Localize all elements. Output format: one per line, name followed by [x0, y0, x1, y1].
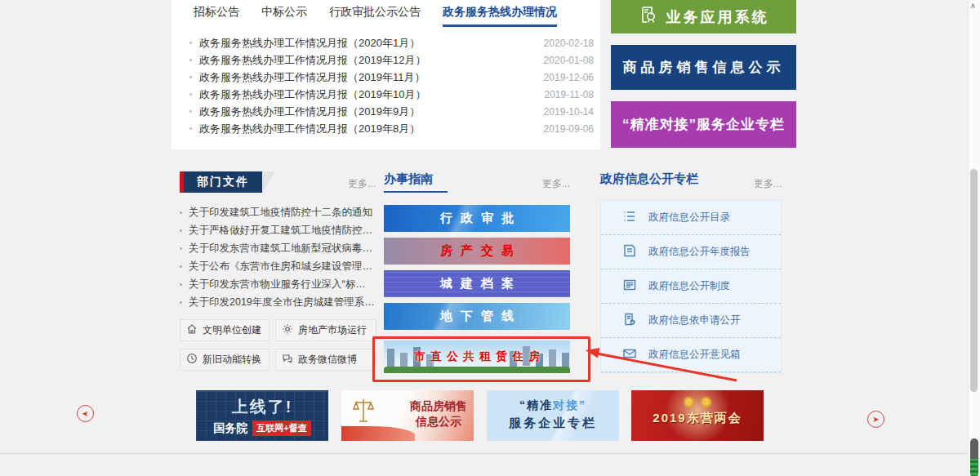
scroll-widget[interactable] — [970, 438, 978, 476]
list-item[interactable]: 政务服务热线办理工作情况月报（2019年10月） 2019-11-08 — [189, 86, 594, 103]
arrow-left-icon: ➤ — [82, 409, 88, 418]
banner-admin-approval[interactable]: 行政审批 — [384, 205, 570, 232]
banner-label: 地下管线 — [432, 309, 522, 324]
info-item-label: 政府信息公开制度 — [648, 279, 730, 293]
cppcc-emblem-icon — [701, 397, 711, 407]
ribbon-arrow-icon — [262, 171, 275, 193]
item-title: 关于严格做好开复工建筑工地疫情防控工作的通知 — [189, 224, 376, 238]
info-item-on-request[interactable]: 政府信息依申请公开 — [601, 304, 781, 338]
mailbox-icon — [622, 346, 637, 364]
bullet-icon — [189, 59, 192, 61]
item-title: 政务服务热线办理工作情况月报（2019年9月） — [199, 105, 536, 119]
list-item[interactable]: 关于印发东营市建筑工地新型冠状病毒感染肺炎... — [180, 239, 376, 257]
carousel-banner-two-sessions[interactable]: 2019东营两会 — [631, 390, 764, 441]
item-title: 政务服务热线办理工作情况月报（2019年11月） — [199, 70, 536, 85]
bullet-icon — [180, 265, 182, 268]
banner-urban-archives[interactable]: 城建档案 — [384, 270, 570, 297]
department-files-section: 部门文件 更多... 关于印发建筑工地疫情防控十二条的通知 关于严格做好开复工建… — [180, 171, 376, 376]
chat-icon — [282, 353, 293, 367]
more-link[interactable]: 更多... — [348, 177, 376, 191]
tab-bid-announcements[interactable]: 招标公告 — [194, 5, 239, 27]
banner-public-rental-housing[interactable]: 市直公共租赁住房 — [384, 340, 570, 373]
info-item-system[interactable]: 政府信息公开制度 — [601, 269, 781, 304]
list-icon — [622, 209, 637, 227]
item-title: 政务服务热线办理工作情况月报（2019年12月） — [199, 53, 536, 68]
tab-winning-bids[interactable]: 中标公示 — [261, 5, 307, 27]
button-label: “精准对接”服务企业专栏 — [622, 115, 785, 134]
list-item[interactable]: 政务服务热线办理工作情况月报（2019年12月） 2020-01-08 — [189, 51, 594, 69]
banner-subtext: 国务院 — [213, 421, 247, 436]
bullet-icon — [189, 110, 192, 113]
list-item[interactable]: 政务服务热线办理工作情况月报（2019年9月） 2019-10-14 — [189, 103, 594, 120]
info-item-label: 政府信息公开年度报告 — [648, 245, 751, 259]
more-link[interactable]: 更多... — [542, 177, 570, 191]
info-item-label: 政府信息公开意见箱 — [648, 348, 741, 362]
list-item[interactable]: 关于印发建筑工地疫情防控十二条的通知 — [180, 203, 376, 221]
section-title: 部门文件 — [184, 171, 262, 193]
button-label: 商品房销售信息公示 — [623, 58, 785, 77]
item-date: 2019-10-14 — [544, 106, 594, 118]
quicklink-real-estate-market[interactable]: 房地产市场运行 — [275, 319, 376, 341]
banner-label: 城建档案 — [432, 276, 522, 291]
carousel-banner-sales-info[interactable]: 商品房销售 信息公示 — [341, 390, 474, 441]
bullet-icon — [189, 42, 192, 44]
quicklink-label: 房地产市场运行 — [298, 323, 367, 337]
info-item-label: 政府信息依申请公开 — [648, 314, 741, 327]
arrow-right-icon: ➤ — [872, 415, 879, 424]
info-item-annual-report[interactable]: 政府信息公开年度报告 — [601, 235, 781, 269]
list-item[interactable]: 政务服务热线办理工作情况月报（2019年11月） 2019-12-06 — [189, 69, 594, 86]
item-title: 关于印发2019年度全市住房城建管理系统“安... — [189, 296, 376, 309]
bullet-icon — [189, 93, 192, 96]
item-title: 关于印发东营市建筑工地新型冠状病毒感染肺炎... — [189, 242, 376, 256]
precise-connection-column-button[interactable]: “精准对接”服务企业专栏 — [611, 101, 796, 148]
list-item[interactable]: 关于公布《东营市住房和城乡建设管理局权责清... — [180, 257, 376, 275]
bullet-icon — [180, 211, 182, 214]
info-item-suggestion-box[interactable]: 政府信息公开意见箱 — [601, 338, 781, 372]
list-item[interactable]: 关于印发东营市物业服务行业深入“标准建设年... — [180, 275, 376, 293]
clock-icon — [186, 353, 198, 367]
list-item[interactable]: 政务服务热线办理工作情况月报（2020年1月） 2020-02-18 — [189, 34, 594, 51]
quicklink-label: 政务微信微博 — [298, 353, 357, 367]
tab-admin-approval[interactable]: 行政审批公示公告 — [329, 5, 421, 27]
item-date: 2019-12-06 — [544, 72, 594, 83]
list-item[interactable]: 关于印发2019年度全市住房城建管理系统“安... — [180, 293, 376, 311]
info-item-label: 政府信息公开目录 — [648, 211, 730, 225]
tab-hotline-status[interactable]: 政务服务热线办理情况 — [443, 5, 557, 27]
banner-headline-highlight: 对接” — [553, 398, 586, 411]
quicklink-wechat-weibo[interactable]: 政务微信微博 — [275, 349, 376, 371]
tab-bar: 招标公告 中标公示 行政审批公示公告 政务服务热线办理情况 — [172, 0, 600, 27]
commercial-housing-sales-button[interactable]: 商品房销售信息公示 — [611, 45, 796, 90]
business-application-system-button[interactable]: 业务应用系统 — [611, 0, 796, 33]
national-emblem-icon — [684, 397, 694, 407]
item-title: 政务服务热线办理工作情况月报（2020年1月） — [199, 36, 536, 51]
quicklink-civilized-unit[interactable]: 文明单位创建 — [180, 319, 270, 341]
carousel-prev-button[interactable]: ➤ — [77, 405, 94, 422]
carousel-next-button[interactable]: ➤ — [867, 411, 884, 428]
banner-subtext: 服务企业专栏 — [487, 416, 619, 431]
service-guide-section: 办事指南 更多... 行政审批 房产交易 城建档案 地下管线 市直公共租赁住房 — [384, 171, 570, 384]
more-link[interactable]: 更多... — [754, 177, 782, 191]
quicklink-label: 新旧动能转换 — [203, 353, 261, 367]
item-title: 政务服务热线办理工作情况月报（2019年8月） — [199, 122, 536, 136]
info-item-directory[interactable]: 政府信息公开目录 — [601, 201, 781, 235]
gear-icon — [282, 323, 293, 337]
item-title: 关于公布《东营市住房和城乡建设管理局权责清... — [189, 260, 376, 274]
page-divider — [0, 453, 969, 454]
report-icon — [622, 243, 637, 261]
bullet-icon — [189, 76, 192, 78]
carousel-banner-gov-online[interactable]: 上线了! 国务院 互联网+督查 — [196, 390, 328, 441]
scrollbar-thumb[interactable] — [970, 169, 978, 392]
quicklink-energy-conversion[interactable]: 新旧动能转换 — [180, 349, 270, 371]
item-title: 关于印发建筑工地疫情防控十二条的通知 — [189, 206, 372, 220]
banner-subtext: 信息公示 — [410, 414, 467, 429]
bullet-icon — [180, 283, 182, 286]
list-item[interactable]: 政务服务热线办理工作情况月报（2019年8月） 2019-09-06 — [189, 120, 594, 137]
banner-underground-pipelines[interactable]: 地下管线 — [384, 303, 570, 330]
item-date: 2020-01-08 — [544, 55, 594, 66]
scrollbar-up-icon[interactable]: ∧ — [970, 2, 976, 10]
banner-property-transaction[interactable]: 房产交易 — [384, 238, 570, 265]
banner-label: 房产交易 — [432, 243, 522, 259]
carousel-banner-precise-connect[interactable]: “精准对接” 服务企业专栏 — [487, 390, 619, 441]
list-item[interactable]: 关于严格做好开复工建筑工地疫情防控工作的通知 — [180, 221, 376, 239]
banner-headline: 商品房销售 — [410, 398, 467, 414]
